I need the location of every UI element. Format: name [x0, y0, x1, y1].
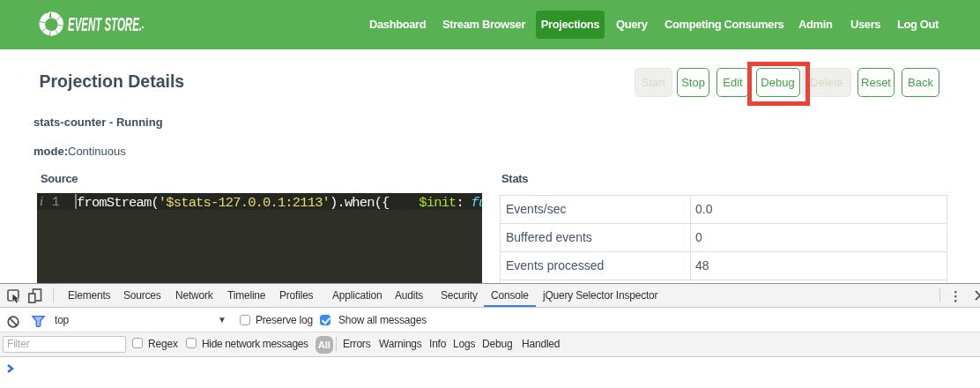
svg-text:EVENT STORE.: EVENT STORE.: [68, 14, 142, 35]
